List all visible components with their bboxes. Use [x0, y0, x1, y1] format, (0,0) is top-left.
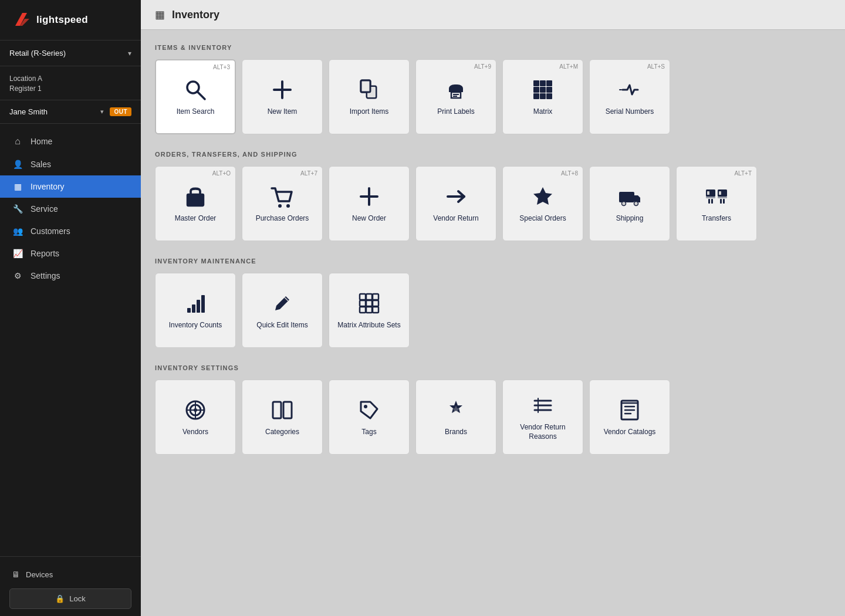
- nav-label-home: Home: [31, 137, 52, 146]
- section-inventory-settings: INVENTORY SETTINGS Vendors: [155, 364, 831, 455]
- lightspeed-logo-icon: [12, 11, 31, 29]
- tile-new-item[interactable]: New Item: [242, 59, 323, 134]
- register-name: Register 1: [9, 84, 131, 93]
- vendor-catalogs-icon: [617, 397, 643, 423]
- tile-vendor-return[interactable]: Vendor Return: [415, 166, 496, 241]
- tile-import-items[interactable]: Import Items: [329, 59, 410, 134]
- svg-rect-40: [708, 199, 710, 204]
- tile-print-labels[interactable]: ALT+9 Print Labels: [415, 59, 496, 134]
- tile-special-orders[interactable]: ALT+8 Special Orders: [502, 166, 583, 241]
- svg-rect-51: [373, 294, 378, 300]
- svg-rect-64: [283, 402, 292, 418]
- svg-rect-19: [540, 93, 546, 99]
- vendor-return-reasons-icon: [530, 392, 556, 418]
- tile-shipping[interactable]: Shipping: [589, 166, 670, 241]
- shortcut-print-labels: ALT+9: [474, 63, 491, 70]
- tile-categories[interactable]: Categories: [242, 380, 323, 455]
- store-selector[interactable]: Retail (R-Series) ▾: [0, 40, 141, 66]
- tile-label-vendor-return-reasons: Vendor Return Reasons: [509, 423, 577, 441]
- svg-rect-55: [360, 307, 366, 313]
- tile-label-print-labels: Print Labels: [437, 107, 474, 117]
- maintenance-tile-grid: Inventory Counts Quick Edit Items: [155, 273, 831, 348]
- matrix-icon: [530, 77, 556, 103]
- svg-rect-16: [540, 87, 546, 93]
- shortcut-serial-numbers: ALT+S: [647, 63, 665, 70]
- tile-quick-edit-items[interactable]: Quick Edit Items: [242, 273, 323, 348]
- nav-label-reports: Reports: [31, 249, 59, 258]
- tile-vendors[interactable]: Vendors: [155, 380, 236, 455]
- svg-rect-45: [192, 304, 195, 313]
- tile-vendor-catalogs[interactable]: Vendor Catalogs: [589, 380, 670, 455]
- search-icon: [182, 77, 208, 103]
- tile-matrix-attribute-sets[interactable]: Matrix Attribute Sets: [329, 273, 410, 348]
- location-info: Location A Register 1: [0, 66, 141, 100]
- svg-rect-52: [360, 300, 366, 306]
- page-title: Inventory: [172, 9, 219, 21]
- tile-label-vendors: Vendors: [182, 428, 208, 437]
- svg-rect-47: [201, 295, 205, 313]
- sidebar-item-reports[interactable]: 📈 Reports: [0, 242, 141, 265]
- tile-label-brands: Brands: [445, 428, 467, 437]
- chevron-down-icon: ▾: [128, 49, 131, 57]
- quick-edit-items-icon: [269, 290, 295, 316]
- sidebar-item-settings[interactable]: ⚙ Settings: [0, 265, 141, 287]
- home-icon: ⌂: [12, 136, 23, 147]
- tile-label-matrix: Matrix: [533, 107, 553, 117]
- tile-tags[interactable]: Tags: [329, 380, 410, 455]
- inventory-icon: ▦: [12, 182, 23, 191]
- lock-label: Lock: [69, 594, 85, 603]
- svg-rect-37: [718, 197, 727, 198]
- print-labels-icon: [443, 77, 469, 103]
- sales-icon: 👤: [12, 160, 23, 169]
- sidebar-bottom: 🖥 Devices 🔒 Lock: [0, 556, 141, 616]
- sidebar-item-customers[interactable]: 👥 Customers: [0, 220, 141, 242]
- tile-matrix[interactable]: ALT+M Matrix: [502, 59, 583, 134]
- section-title-orders: ORDERS, TRANSFERS, AND SHIPPING: [155, 151, 831, 158]
- sidebar-item-sales[interactable]: 👤 Sales: [0, 153, 141, 175]
- brands-icon: [443, 397, 469, 423]
- svg-rect-53: [366, 300, 372, 306]
- svg-rect-57: [373, 307, 378, 313]
- tile-purchase-orders[interactable]: ALT+7 Purchase Orders: [242, 166, 323, 241]
- logo-text: lightspeed: [36, 14, 88, 26]
- lock-icon: 🔒: [55, 594, 65, 603]
- sidebar-item-devices[interactable]: 🖥 Devices: [9, 564, 131, 585]
- sidebar-item-inventory[interactable]: ▦ Inventory: [0, 175, 141, 198]
- svg-rect-15: [533, 87, 539, 93]
- shortcut-item-search: ALT+3: [213, 64, 230, 70]
- tile-label-master-order: Master Order: [175, 214, 217, 224]
- section-title-items: ITEMS & INVENTORY: [155, 44, 831, 51]
- svg-rect-17: [546, 87, 552, 93]
- tile-brands[interactable]: Brands: [415, 380, 496, 455]
- svg-rect-14: [546, 80, 552, 86]
- tile-transfers[interactable]: ALT+T Transfers: [676, 166, 757, 241]
- tile-inventory-counts[interactable]: Inventory Counts: [155, 273, 236, 348]
- sidebar-item-home[interactable]: ⌂ Home: [0, 130, 141, 153]
- shortcut-master-order: ALT+O: [212, 170, 231, 177]
- shortcut-special-orders: ALT+8: [561, 170, 578, 177]
- settings-tile-grid: Vendors Categories Tags: [155, 380, 831, 455]
- tile-master-order[interactable]: ALT+O Master Order: [155, 166, 236, 241]
- lock-button[interactable]: 🔒 Lock: [9, 588, 131, 609]
- items-tile-grid: ALT+3 Item Search New Item: [155, 59, 831, 134]
- tile-label-matrix-attribute-sets: Matrix Attribute Sets: [337, 321, 400, 330]
- tile-serial-numbers[interactable]: ALT+S Serial Numbers: [589, 59, 670, 134]
- svg-rect-63: [273, 402, 281, 418]
- tile-label-purchase-orders: Purchase Orders: [256, 214, 309, 224]
- tile-new-order[interactable]: New Order: [329, 166, 410, 241]
- shortcut-purchase-orders: ALT+7: [300, 170, 317, 177]
- tile-label-new-item: New Item: [268, 107, 298, 117]
- tile-label-categories: Categories: [265, 428, 299, 437]
- tile-vendor-return-reasons[interactable]: Vendor Return Reasons: [502, 380, 583, 455]
- nav-label-settings: Settings: [31, 271, 60, 280]
- tile-label-special-orders: Special Orders: [519, 214, 566, 224]
- sidebar-item-service[interactable]: 🔧 Service: [0, 198, 141, 220]
- customers-icon: 👥: [12, 226, 23, 236]
- svg-rect-41: [711, 199, 713, 204]
- svg-point-25: [278, 204, 282, 208]
- svg-rect-49: [360, 294, 366, 300]
- devices-icon: 🖥: [12, 570, 20, 579]
- tile-item-search[interactable]: ALT+3 Item Search: [155, 59, 236, 134]
- devices-label: Devices: [26, 570, 53, 579]
- svg-line-3: [197, 92, 205, 99]
